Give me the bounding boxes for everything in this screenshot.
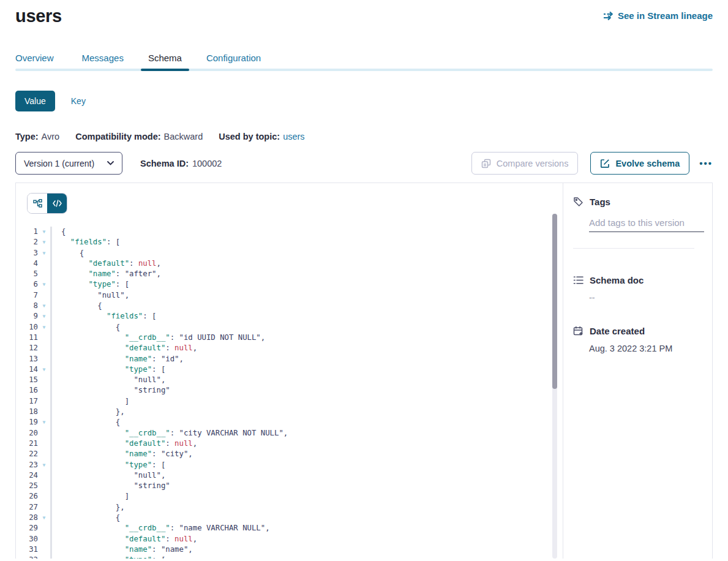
fold-gutter-spacer <box>38 333 50 343</box>
code-scrollbar[interactable] <box>552 214 557 559</box>
fold-gutter-spacer <box>38 269 50 279</box>
tags-heading: Tags <box>590 197 610 207</box>
tab-configuration[interactable]: Configuration <box>203 53 265 71</box>
view-toggle <box>27 193 67 214</box>
line-number: 29 <box>16 523 38 533</box>
fold-arrow-icon[interactable]: ▼ <box>38 364 50 375</box>
line-number: 19 <box>16 417 38 427</box>
page-title: users <box>15 6 62 26</box>
code-view-button[interactable] <box>47 194 67 213</box>
add-tags-input[interactable] <box>589 216 704 232</box>
fold-gutter-spacer <box>38 481 50 491</box>
tab-schema[interactable]: Schema <box>144 53 186 71</box>
code-lines: 1▼{2▼ "fields": [3▼ {4 "default": null,5… <box>16 227 563 559</box>
fold-arrow-icon[interactable]: ▼ <box>38 555 50 559</box>
code-text: { <box>50 322 563 333</box>
fold-arrow-icon[interactable]: ▼ <box>38 301 50 311</box>
line-number: 9 <box>16 311 38 322</box>
schema-doc-value: -- <box>589 293 702 303</box>
type-value: Avro <box>42 132 60 141</box>
see-in-stream-lineage-link[interactable]: See in Stream lineage <box>603 10 713 21</box>
fold-gutter-spacer <box>38 258 50 269</box>
code-line: 5 "name": "after", <box>16 269 563 279</box>
code-line: 2▼ "fields": [ <box>16 237 563 247</box>
evolve-schema-button[interactable]: Evolve schema <box>590 152 689 175</box>
key-tab-button[interactable]: Key <box>71 96 86 106</box>
code-text: "string" <box>50 481 563 491</box>
code-text: "name": "after", <box>50 269 563 279</box>
fold-arrow-icon[interactable]: ▼ <box>38 513 50 523</box>
fold-gutter-spacer <box>38 439 50 449</box>
code-line: 8▼ { <box>16 301 563 311</box>
value-tab-button[interactable]: Value <box>15 91 55 111</box>
code-view-icon <box>53 200 62 207</box>
code-scrollbar-thumb[interactable] <box>552 214 557 389</box>
code-text: "null", <box>50 290 563 301</box>
code-text: ] <box>50 491 563 502</box>
code-text: "null", <box>50 375 563 385</box>
fold-arrow-icon[interactable]: ▼ <box>38 322 50 333</box>
compatibility-label: Compatibility mode: <box>75 132 160 141</box>
line-number: 5 <box>16 269 38 279</box>
fold-gutter-spacer <box>38 290 50 301</box>
fold-arrow-icon[interactable]: ▼ <box>38 237 50 247</box>
code-line: 4 "default": null, <box>16 258 563 269</box>
tab-overview[interactable]: Overview <box>15 53 58 71</box>
schema-id-value: 100002 <box>192 159 222 168</box>
more-actions-button[interactable]: ••• <box>699 158 713 168</box>
code-line: 27 }, <box>16 502 563 513</box>
line-number: 14 <box>16 364 38 375</box>
schema-actions: Compare versions Evolve schema ••• <box>471 152 713 175</box>
edit-icon <box>600 159 610 168</box>
line-number: 32 <box>16 555 38 559</box>
code-line: 9▼ "fields": [ <box>16 311 563 322</box>
code-line: 19▼ { <box>16 417 563 427</box>
version-select-value: Version 1 (current) <box>24 159 94 168</box>
code-line: 16 "string" <box>16 385 563 396</box>
version-select[interactable]: Version 1 (current) <box>15 152 122 175</box>
schema-doc-heading: Schema doc <box>590 275 644 285</box>
fold-arrow-icon[interactable]: ▼ <box>38 311 50 322</box>
line-number: 11 <box>16 333 38 343</box>
code-line: 32▼ "type": [ <box>16 555 563 559</box>
code-line: 30 "default": null, <box>16 534 563 544</box>
compare-versions-button[interactable]: Compare versions <box>471 152 579 175</box>
fold-arrow-icon[interactable]: ▼ <box>38 460 50 470</box>
line-number: 7 <box>16 290 38 301</box>
code-text: "string" <box>50 385 563 396</box>
code-line: 23▼ "type": [ <box>16 460 563 470</box>
code-text: "default": null, <box>50 343 563 353</box>
tab-messages[interactable]: Messages <box>78 53 127 71</box>
line-number: 12 <box>16 343 38 353</box>
code-text: "name": "id", <box>50 354 563 364</box>
tags-section-header: Tags <box>573 197 702 207</box>
topic-link[interactable]: users <box>283 132 304 141</box>
evolve-schema-label: Evolve schema <box>615 159 680 168</box>
line-number: 1 <box>16 227 38 237</box>
line-number: 24 <box>16 470 38 481</box>
fold-arrow-icon[interactable]: ▼ <box>38 279 50 290</box>
line-number: 28 <box>16 513 38 523</box>
code-line: 3▼ { <box>16 248 563 258</box>
tree-view-button[interactable] <box>28 194 47 213</box>
line-number: 3 <box>16 248 38 258</box>
fold-gutter-spacer <box>38 449 50 459</box>
code-text: "fields": [ <box>50 311 563 322</box>
used-by-topic: Used by topic: users <box>219 132 304 141</box>
code-line: 12 "default": null, <box>16 343 563 353</box>
code-text: "__crdb__": "city VARCHAR NOT NULL", <box>50 428 563 439</box>
fold-gutter-spacer <box>38 375 50 385</box>
fold-arrow-icon[interactable]: ▼ <box>38 248 50 258</box>
fold-arrow-icon[interactable]: ▼ <box>38 227 50 237</box>
code-text: }, <box>50 407 563 417</box>
code-line: 14▼ "type": [ <box>16 364 563 375</box>
code-text: { <box>50 513 563 523</box>
tag-icon <box>573 197 584 207</box>
fold-gutter-spacer <box>38 502 50 513</box>
fold-arrow-icon[interactable]: ▼ <box>38 417 50 427</box>
code-line: 21 "default": null, <box>16 439 563 449</box>
code-line: 22 "name": "city", <box>16 449 563 459</box>
line-number: 16 <box>16 385 38 396</box>
code-line: 15 "null", <box>16 375 563 385</box>
code-text: "default": null, <box>50 258 563 269</box>
